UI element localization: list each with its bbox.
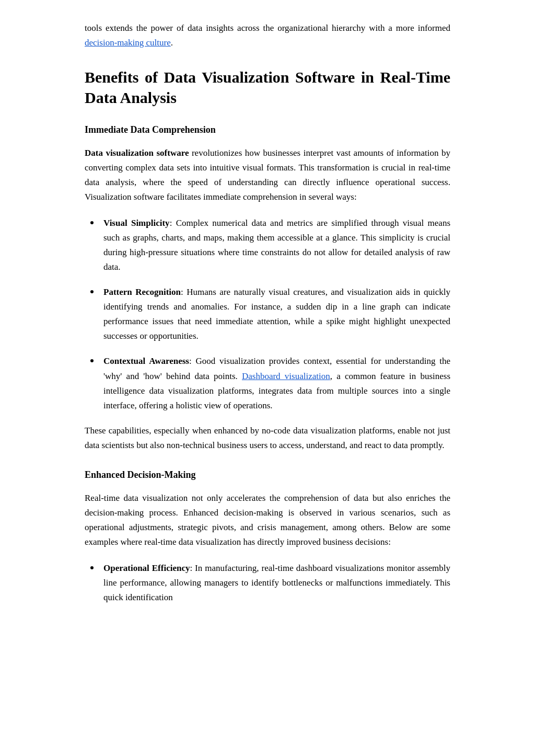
section-enhanced-decision-making: Enhanced Decision-Making Real-time data … (85, 467, 450, 605)
bullet-operational-efficiency-label: Operational Efficiency (103, 563, 190, 573)
section2-bullet-list: Operational Efficiency: In manufacturing… (85, 559, 450, 605)
section2-heading: Enhanced Decision-Making (85, 467, 450, 483)
section1-closing-paragraph: These capabilities, especially when enha… (85, 423, 450, 453)
bullet-pattern-recognition: Pattern Recognition: Humans are naturall… (100, 283, 450, 343)
section1-opening-paragraph: Data visualization software revolutioniz… (85, 146, 450, 204)
bullet-operational-efficiency: Operational Efficiency: In manufacturing… (100, 559, 450, 605)
decision-making-link[interactable]: decision-making culture (85, 38, 171, 48)
section1-heading: Immediate Data Comprehension (85, 122, 450, 138)
page-container: tools extends the power of data insights… (43, 0, 492, 651)
bullet-contextual-awareness: Contextual Awareness: Good visualization… (100, 352, 450, 413)
intro-text-after-link: . (171, 38, 173, 48)
section2-opening-paragraph: Real-time data visualization not only ac… (85, 491, 450, 549)
main-heading: Benefits of Data Visualization Software … (85, 67, 450, 108)
intro-text-before-link: tools extends the power of data insights… (85, 23, 450, 33)
bullet-pattern-recognition-label: Pattern Recognition (103, 287, 181, 297)
section1-bold-term: Data visualization software (85, 148, 189, 158)
bullet-visual-simplicity: Visual Simplicity: Complex numerical dat… (100, 214, 450, 274)
intro-paragraph: tools extends the power of data insights… (85, 21, 450, 50)
bullet-contextual-awareness-label: Contextual Awareness (103, 356, 189, 366)
bullet-visual-simplicity-label: Visual Simplicity (103, 218, 170, 228)
dashboard-visualization-link[interactable]: Dashboard visualization (242, 371, 330, 381)
section1-bullet-list: Visual Simplicity: Complex numerical dat… (85, 214, 450, 413)
section-immediate-data-comprehension: Immediate Data Comprehension Data visual… (85, 122, 450, 453)
